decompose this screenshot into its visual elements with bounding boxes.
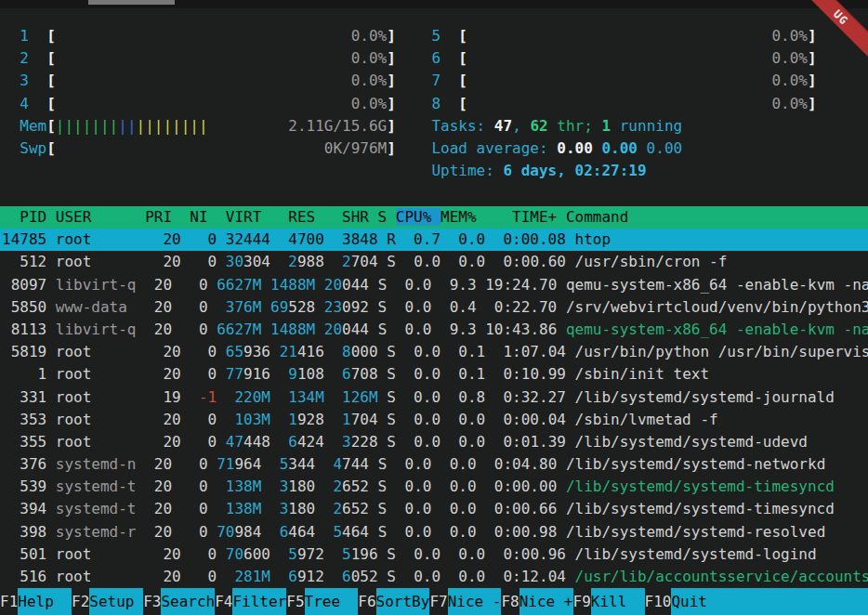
text-segment: 704 S 0.0 0.0 0:00.60 /usr/sbin/cron -f — [351, 253, 728, 270]
function-key-bar: F1Help F2Setup F3SearchF4FilterF5Tree F6… — [0, 588, 868, 615]
fn-label-nice[interactable]: Nice - — [448, 588, 502, 615]
fn-key-f2[interactable]: F2 — [72, 588, 89, 615]
process-row-331[interactable]: 331 root 19 -1 220M 134M 126M S 0.0 0.8 … — [0, 386, 868, 409]
text-segment: 20 0 — [137, 276, 217, 294]
text-segment: [ — [458, 95, 467, 112]
debug-ribbon: UG — [809, 0, 868, 59]
process-row-8097[interactable]: 8097 libvirt-q 20 0 6627M 1488M 20044 S … — [0, 274, 868, 296]
text-segment: 5 — [333, 523, 342, 541]
text-segment: 512 root 20 0 — [2, 253, 226, 270]
process-row-353[interactable]: 353 root 20 0 103M 1928 1704 S 0.0 0.0 0… — [0, 409, 868, 431]
text-segment: 331 root 19 — [2, 388, 199, 406]
text-segment: 708 S 0.0 0.1 0:10.99 /sbin/init text — [351, 365, 709, 383]
fn-label-filter[interactable]: Filter — [232, 588, 286, 615]
text-segment: 6 — [342, 365, 351, 383]
process-row-512[interactable]: 512 root 20 0 30304 2988 2704 S 0.0 0.0 … — [0, 251, 868, 273]
window-tab-fragment[interactable] — [88, 0, 175, 5]
fn-key-f1[interactable]: F1 — [0, 588, 18, 615]
process-row-539[interactable]: 539 systemd-t 20 0 138M 3180 2652 S 0.0 … — [0, 476, 868, 498]
fn-key-f4[interactable]: F4 — [215, 588, 232, 615]
cpu-row-1-5: 1 [ 0.0%] 5 [ 0.0%] — [0, 25, 868, 47]
text-segment: 1488M — [270, 321, 315, 338]
text-segment — [396, 49, 432, 67]
fn-label-tree[interactable]: Tree — [305, 588, 359, 615]
text-segment: ] — [387, 72, 396, 89]
process-row-5850[interactable]: 5850 www-data 20 0 376M 69528 23092 S 0.… — [0, 296, 868, 319]
fn-key-f8[interactable]: F8 — [501, 588, 519, 615]
text-segment — [56, 95, 351, 112]
htop-terminal: 1 [ 0.0%] 5 [ 0.0%] 2 [ 0.0%] 6 [ 0.0%] … — [0, 0, 868, 615]
text-segment: systemd-t — [56, 500, 137, 517]
text-segment: 424 — [297, 433, 342, 451]
process-table-header[interactable]: PID USER PRI NI VIRT RES SHR S CPU% MEM%… — [0, 206, 868, 229]
text-segment: 5 — [431, 27, 441, 45]
text-segment: 052 S 0.0 0.0 0:12.04 — [351, 568, 575, 585]
text-segment: 744 S 0.0 0.0 0:04.80 /lib/systemd/syste… — [342, 455, 825, 473]
text-segment: 0.0% — [771, 95, 808, 112]
fn-label-quit[interactable]: Quit — [671, 588, 868, 615]
text-segment: 516 root 20 0 — [2, 568, 234, 585]
text-segment: 6 — [431, 49, 441, 67]
fn-key-f9[interactable]: F9 — [573, 588, 591, 615]
text-segment: 1 — [288, 411, 297, 428]
text-segment: -1 — [199, 388, 217, 406]
text-segment: 652 S 0.0 0.0 0:00.00 — [342, 478, 566, 495]
process-row-394[interactable]: 394 systemd-t 20 0 138M 3180 2652 S 0.0 … — [0, 498, 868, 520]
text-segment: 20 0 — [137, 478, 226, 495]
process-row-355[interactable]: 355 root 20 0 47448 6424 3228 S 0.0 0.0 … — [0, 431, 868, 453]
process-row-398[interactable]: 398 systemd-r 20 0 70984 6464 5464 S 0.0… — [0, 521, 868, 543]
process-row-5819[interactable]: 5819 root 20 0 65936 21416 8000 S 0.0 0.… — [0, 341, 868, 363]
text-segment: Load average: — [431, 139, 557, 157]
fn-label-help[interactable]: Help — [18, 588, 72, 615]
text-segment: 0.0% — [351, 49, 388, 67]
text-segment: [ — [46, 27, 56, 45]
fn-label-search[interactable]: Search — [161, 588, 215, 615]
fn-label-sortby[interactable]: SortBy — [376, 588, 430, 615]
text-segment: 528 — [288, 298, 324, 316]
text-segment: 5850 — [2, 298, 56, 316]
text-segment: 3 — [342, 433, 351, 451]
fn-label-nice[interactable]: Nice + — [519, 588, 573, 615]
fn-key-f3[interactable]: F3 — [143, 588, 161, 615]
text-segment: [ — [458, 27, 467, 45]
process-row-516[interactable]: 516 root 20 0 281M 6912 6052 S 0.0 0.0 0… — [0, 566, 868, 588]
text-segment — [56, 49, 351, 67]
text-segment: 0.00 — [647, 139, 683, 157]
text-segment: 304 — [243, 253, 288, 270]
process-row-8113[interactable]: 8113 libvirt-q 20 0 6627M 1488M 20044 S … — [0, 319, 868, 341]
text-segment — [396, 27, 432, 45]
text-segment: 652 S 0.0 0.0 0:00.66 /lib/systemd/syste… — [342, 500, 835, 517]
text-segment: 3 — [280, 500, 289, 517]
text-segment: running — [611, 117, 682, 135]
process-row-501[interactable]: 501 root 20 0 70600 5972 5196 S 0.0 0.0 … — [0, 543, 868, 566]
fn-key-f7[interactable]: F7 — [429, 588, 447, 615]
text-segment: PID USER PRI NI VIRT RES SHR S — [2, 208, 396, 226]
fn-label-kill[interactable]: Kill — [591, 588, 645, 615]
text-segment: 398 — [2, 523, 56, 541]
text-segment: 5819 root 20 0 — [2, 343, 226, 360]
text-segment: 5 — [280, 455, 289, 473]
text-segment: 2.11G/15.6G — [288, 117, 387, 135]
text-segment: ] — [387, 49, 396, 67]
text-segment: 704 S 0.0 0.0 0:00.04 /sbin/lvmetad -f — [351, 411, 718, 428]
text-segment — [324, 388, 342, 406]
text-segment — [261, 478, 279, 495]
process-row-376[interactable]: 376 systemd-n 20 0 71964 5344 4744 S 0.0… — [0, 453, 868, 476]
process-row-14785[interactable]: 14785 root 20 0 32444 4700 3848 R 0.7 0.… — [0, 229, 868, 251]
text-segment: 5 — [288, 545, 297, 563]
text-segment — [467, 72, 772, 89]
text-segment: 2 — [333, 500, 342, 517]
fn-key-f6[interactable]: F6 — [358, 588, 375, 615]
text-segment: 30 — [226, 253, 243, 270]
process-row-1[interactable]: 1 root 20 0 77916 9108 6708 S 0.0 0.1 0:… — [0, 363, 868, 386]
text-segment — [2, 27, 20, 45]
text-segment: systemd-n — [56, 455, 137, 473]
text-segment: 8113 — [2, 321, 56, 338]
fn-key-f10[interactable]: F10 — [645, 588, 672, 615]
text-segment: 964 — [234, 455, 279, 473]
text-segment: ] — [808, 95, 817, 112]
text-segment: ] — [387, 27, 396, 45]
text-segment: 4 — [20, 95, 29, 112]
fn-key-f5[interactable]: F5 — [286, 588, 304, 615]
fn-label-setup[interactable]: Setup — [89, 588, 143, 615]
